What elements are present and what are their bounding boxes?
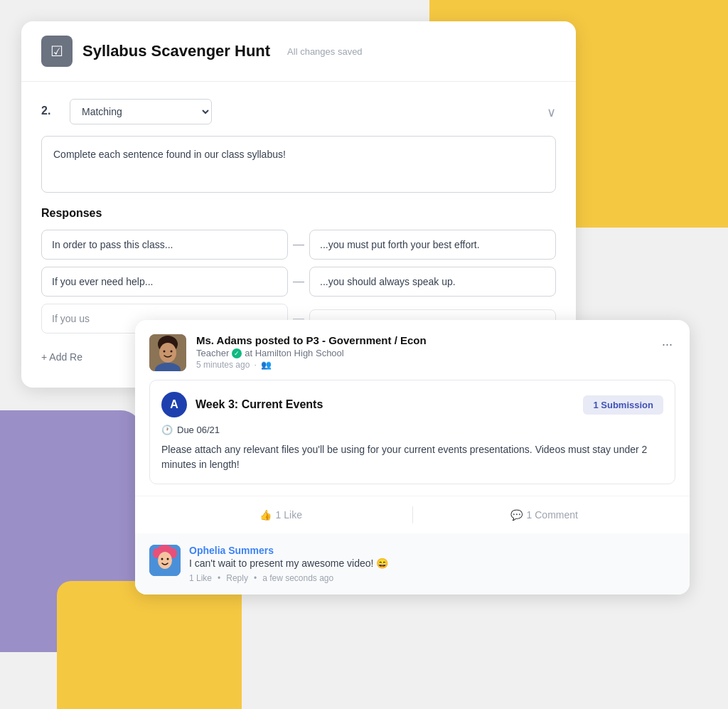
quiz-icon-symbol: ☑ (50, 43, 63, 60)
question-number: 2. (41, 105, 58, 117)
question-prompt-box: Complete each sentence found in our clas… (41, 136, 556, 193)
svg-point-12 (167, 558, 169, 560)
assignment-description: Please attach any relevant files you'll … (161, 442, 663, 472)
class-name: P3 - Government / Econ (306, 334, 426, 346)
comment-meta: 1 Like • Reply • a few seconds ago (189, 573, 675, 583)
comment-body: Ophelia Summers I can't wait to present … (189, 545, 675, 583)
assignment-title-group: A Week 3: Current Events (161, 392, 323, 417)
like-label: 1 Like (276, 509, 302, 521)
audience-icon: 👥 (261, 360, 272, 370)
response-right-1[interactable]: ...you must put forth your best effort. (309, 230, 556, 260)
assignment-header: A Week 3: Current Events 1 Submission (161, 392, 663, 417)
dash-icon-1: — (288, 238, 309, 251)
clock-icon: 🕐 (161, 425, 173, 435)
assignment-icon: A (161, 392, 187, 417)
post-time: 5 minutes ago (196, 360, 250, 370)
main-container: ☑ Syllabus Scavenger Hunt All changes sa… (21, 21, 707, 688)
more-options-button[interactable]: ··· (659, 334, 675, 355)
due-date: 🕐 Due 06/21 (161, 425, 663, 435)
quiz-icon: ☑ (41, 36, 73, 67)
post-actions: 👍 1 Like 💬 1 Comment (135, 496, 690, 533)
due-date-text: Due 06/21 (177, 425, 220, 435)
comment-item: Ophelia Summers I can't wait to present … (149, 545, 675, 583)
teacher-name: Ms. Adams (196, 334, 252, 346)
post-header: Ms. Adams posted to P3 - Government / Ec… (135, 320, 690, 380)
question-type-select[interactable]: Matching (70, 99, 212, 124)
assignment-title: Week 3: Current Events (196, 398, 323, 411)
add-response-button[interactable]: + Add Re (41, 351, 82, 363)
submission-badge[interactable]: 1 Submission (583, 395, 663, 415)
question-row: 2. Matching ∨ (41, 99, 556, 124)
comment-button[interactable]: 💬 1 Comment (413, 505, 676, 525)
comment-time: a few seconds ago (262, 573, 333, 583)
responses-label: Responses (41, 207, 556, 220)
dot-separator: · (254, 360, 256, 370)
post-time-line: 5 minutes ago · 👥 (196, 360, 649, 370)
teacher-role: Teacher (196, 348, 229, 358)
commenter-name[interactable]: Ophelia Summers (189, 545, 675, 556)
question-prompt-text: Complete each sentence found in our clas… (53, 149, 286, 160)
quiz-title: Syllabus Scavenger Hunt (82, 42, 270, 60)
response-pair-1: In order to pass this class... — ...you … (41, 230, 556, 260)
school-name: at Hamilton High School (245, 348, 343, 358)
response-pairs: In order to pass this class... — ...you … (41, 230, 556, 334)
svg-point-2 (159, 343, 176, 363)
chevron-down-icon: ∨ (547, 105, 556, 120)
dash-icon-2: — (288, 275, 309, 288)
comment-section: Ophelia Summers I can't wait to present … (135, 533, 690, 595)
assignment-icon-letter: A (170, 398, 178, 411)
response-left-2[interactable]: If you ever need help... (41, 267, 288, 297)
teacher-avatar (149, 334, 186, 371)
social-card: Ms. Adams posted to P3 - Government / Ec… (135, 320, 690, 595)
teacher-avatar-svg (149, 334, 186, 371)
response-left-1[interactable]: In order to pass this class... (41, 230, 288, 260)
reply-button[interactable]: Reply (226, 573, 248, 583)
like-icon: 👍 (259, 509, 272, 521)
comment-dot-2: • (254, 573, 257, 583)
assignment-card: A Week 3: Current Events 1 Submission 🕐 … (149, 380, 675, 484)
commenter-avatar-svg (149, 545, 181, 576)
svg-point-10 (158, 552, 172, 569)
verified-badge-icon: ✓ (232, 348, 242, 358)
post-meta: Ms. Adams posted to P3 - Government / Ec… (196, 334, 649, 370)
quiz-header: ☑ Syllabus Scavenger Hunt All changes sa… (21, 21, 576, 82)
response-pair-2: If you ever need help... — ...you should… (41, 267, 556, 297)
more-options-icon: ··· (662, 337, 673, 351)
svg-point-11 (161, 558, 164, 560)
post-subtitle-line: Teacher ✓ at Hamilton High School (196, 348, 649, 358)
comment-text: I can't wait to present my awesome video… (189, 558, 675, 569)
like-button[interactable]: 👍 1 Like (149, 505, 412, 525)
post-title-line: Ms. Adams posted to P3 - Government / Ec… (196, 334, 649, 346)
svg-point-4 (171, 351, 173, 353)
response-right-2[interactable]: ...you should always speak up. (309, 267, 556, 297)
commenter-avatar (149, 545, 181, 576)
comment-like-count: 1 Like (189, 573, 212, 583)
svg-point-3 (164, 351, 166, 353)
comment-label: 1 Comment (527, 509, 578, 521)
comment-icon: 💬 (510, 509, 523, 521)
saved-status: All changes saved (287, 46, 363, 57)
comment-dot-1: • (218, 573, 220, 583)
post-action: posted to (255, 334, 306, 346)
